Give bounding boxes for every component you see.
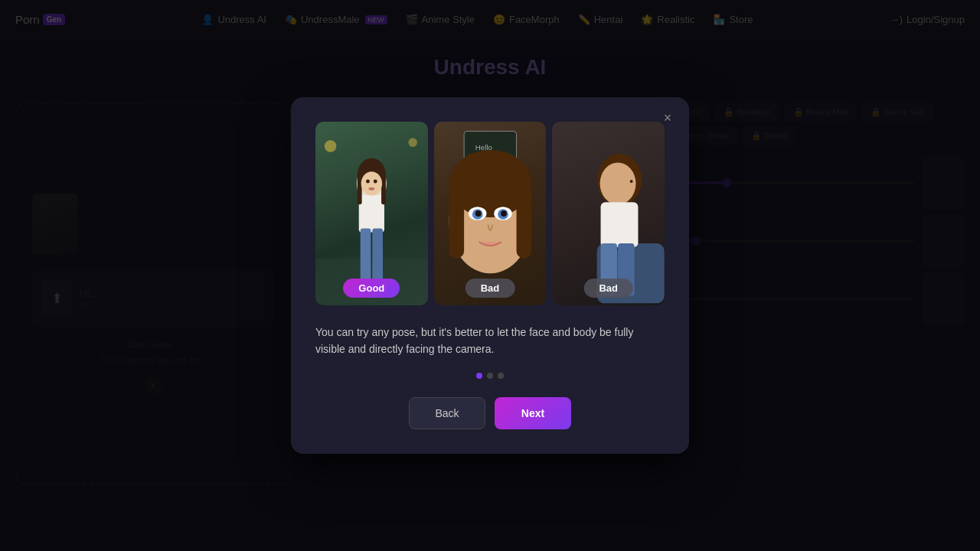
modal-overlay: ×	[0, 0, 980, 551]
svg-point-37	[630, 180, 633, 183]
svg-rect-10	[381, 174, 386, 204]
svg-rect-33	[601, 202, 639, 247]
dot-2	[487, 373, 493, 379]
svg-point-2	[325, 140, 337, 152]
image-label-bad1: Bad	[466, 279, 515, 298]
svg-point-12	[366, 179, 370, 183]
svg-point-3	[408, 138, 417, 147]
back-button[interactable]: Back	[409, 397, 485, 429]
dot-1	[476, 373, 482, 379]
bad2-image-svg	[552, 122, 665, 305]
modal-image-bad2: Bad	[552, 122, 665, 305]
svg-point-36	[626, 176, 635, 191]
svg-rect-22	[516, 183, 531, 258]
svg-point-13	[374, 179, 377, 183]
next-button[interactable]: Next	[495, 397, 571, 429]
modal-dots	[315, 373, 665, 379]
svg-point-27	[475, 210, 481, 217]
svg-point-28	[501, 210, 507, 217]
image-label-bad2: Bad	[583, 279, 633, 298]
image-label-good: Good	[343, 279, 400, 298]
svg-rect-6	[361, 228, 371, 280]
svg-point-11	[361, 171, 382, 195]
svg-rect-21	[449, 183, 464, 258]
bad1-image-svg: Hello HAI	[434, 122, 547, 305]
svg-rect-5	[359, 194, 384, 232]
good-image-svg	[315, 122, 428, 305]
modal-image-bad1: Hello HAI	[434, 122, 547, 305]
modal: ×	[291, 97, 689, 455]
modal-description: You can try any pose, but it's better to…	[315, 324, 665, 358]
svg-rect-7	[372, 228, 383, 280]
svg-rect-9	[358, 174, 362, 204]
modal-buttons: Back Next	[315, 397, 665, 429]
modal-image-good: Good	[315, 122, 428, 305]
dot-3	[498, 373, 504, 379]
modal-images-row: Good Hello HAI	[315, 122, 665, 305]
svg-point-14	[368, 187, 374, 190]
